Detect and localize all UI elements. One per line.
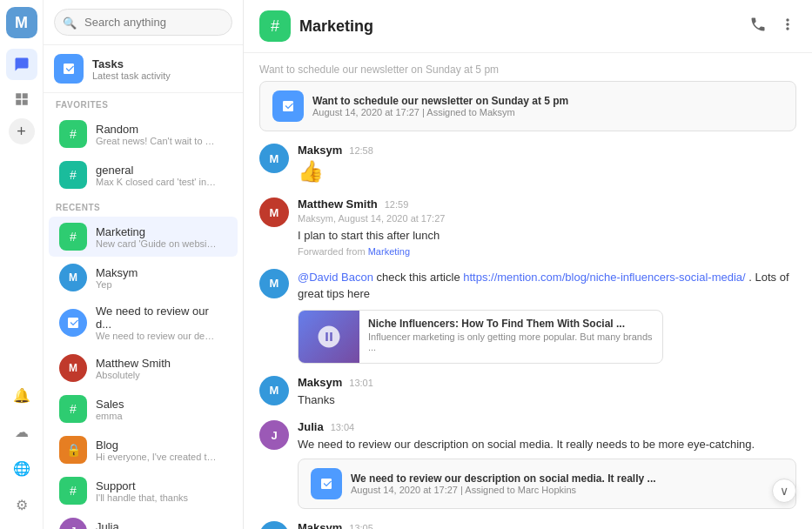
msg-content-agree: Maksym 13:05 Agree with you	[298, 521, 796, 530]
app-avatar[interactable]: M	[6, 7, 37, 38]
search-area: 🔍	[44, 0, 243, 45]
channel-title: Marketing	[299, 17, 373, 36]
julia-avatar-msg: J	[259, 420, 289, 450]
matthew-smith-avatar: M	[59, 354, 87, 382]
we-need-preview: We need to review our descri...	[96, 331, 218, 341]
sidebar-item-general[interactable]: # general Max K closed card 'test' in b.…	[49, 155, 238, 195]
msg-header-julia: Julia 13:04	[298, 420, 796, 433]
msg-time-julia: 13:04	[331, 422, 355, 432]
channel-icon: #	[259, 10, 291, 42]
card-sub-1: August 14, 2020 at 17:27 | Assigned to M…	[312, 107, 568, 117]
sidebar-item-maksym[interactable]: M Maksym Yep	[49, 258, 238, 298]
msg-content-maksym-emoji: Maksym 12:58 👍	[298, 144, 796, 185]
msg-time-thanks: 13:01	[349, 378, 373, 388]
msg-card-top: Want to schedule our newsletter on Sunda…	[259, 64, 796, 131]
sales-channel-icon: #	[59, 395, 87, 423]
maksym-name: Maksym	[96, 266, 138, 279]
chat-main: # Marketing Want to schedule our newslet…	[244, 0, 812, 529]
favorites-label: FAVORITES	[44, 93, 243, 113]
msg-author-julia: Julia	[298, 420, 324, 433]
sidebar-item-random[interactable]: # Random Great news! Can't wait to dig .…	[49, 114, 238, 154]
maksym-avatar-thanks: M	[259, 376, 289, 405]
more-options-icon[interactable]	[779, 16, 796, 37]
chat-messages: Want to schedule our newsletter on Sunda…	[244, 53, 812, 529]
marketing-channel-name: Marketing	[96, 225, 218, 238]
sidebar-item-support[interactable]: # Support I'll handle that, thanks	[49, 471, 238, 511]
support-channel-name: Support	[96, 479, 188, 492]
message-row-maksym-thanks: M Maksym 13:01 Thanks	[259, 376, 796, 409]
settings-icon[interactable]: ⚙	[6, 489, 37, 520]
maksym-avatar: M	[59, 264, 87, 291]
tasks-item[interactable]: Tasks Latest task activity	[44, 45, 243, 93]
link-preview: Niche Influencers: How To Find Them With…	[298, 310, 663, 364]
forwarded-link[interactable]: Marketing	[368, 246, 410, 257]
message-row-matthew: M Matthew Smith 12:59 Maksym, August 14,…	[259, 198, 796, 257]
blog-channel-name: Blog	[96, 439, 218, 452]
tasks-subtitle: Latest task activity	[92, 70, 171, 81]
maksym-preview: Yep	[96, 279, 138, 290]
blog-channel-preview: Hi everyone, I've created this...	[96, 452, 218, 462]
msg-content-thanks: Maksym 13:01 Thanks	[298, 376, 796, 409]
search-input[interactable]	[54, 9, 232, 36]
msg-card-item: Want to schedule our newsletter on Sunda…	[259, 81, 796, 131]
msg-card-julia: We need to review our description on soc…	[298, 459, 796, 509]
chat-header: # Marketing	[244, 0, 812, 53]
marketing-channel-preview: New card 'Guide on website ...	[96, 238, 218, 249]
sidebar: 🔍 Tasks Latest task activity FAVORITES #…	[44, 0, 244, 529]
phone-icon[interactable]	[749, 16, 767, 37]
chat-header-left: # Marketing	[259, 10, 373, 42]
card-task-icon	[272, 90, 304, 122]
sales-channel-preview: emma	[96, 411, 124, 421]
maksym-avatar-agree: M	[259, 521, 289, 530]
nav-grid-icon[interactable]	[6, 84, 37, 115]
msg-header-agree: Maksym 13:05	[298, 521, 796, 530]
recents-label: RECENTS	[44, 196, 243, 216]
msg-header-thanks: Maksym 13:01	[298, 376, 796, 389]
msg-author-matthew: Matthew Smith	[298, 198, 378, 211]
sidebar-item-julia[interactable]: J Julia Hi ;)	[49, 512, 238, 529]
msg-author-agree: Maksym	[298, 521, 342, 530]
msg-emoji: 👍	[298, 159, 796, 184]
link-preview-image	[299, 311, 359, 363]
card-sub-julia: August 14, 2020 at 17:27 | Assigned to M…	[351, 485, 656, 495]
icon-bar: M + 🔔 ☁ 🌐 ⚙	[0, 0, 44, 529]
msg-time-matthew: 12:59	[385, 199, 409, 210]
random-channel-icon: #	[59, 120, 87, 148]
sidebar-item-sales[interactable]: # Sales emma	[49, 389, 238, 429]
sidebar-item-matthew-smith[interactable]: M Matthew Smith Absolutely	[49, 348, 238, 388]
msg-text-matthew: I plan to start this after lunch	[298, 227, 796, 244]
maksym-avatar-msg: M	[259, 144, 289, 173]
julia-avatar: J	[59, 518, 87, 529]
general-channel-preview: Max K closed card 'test' in b...	[96, 177, 218, 187]
sidebar-item-we-need[interactable]: We need to review our d... We need to re…	[49, 298, 238, 347]
random-channel-name: Random	[96, 123, 218, 136]
nav-chat-icon[interactable]	[6, 49, 37, 80]
msg-content-julia: Julia 13:04 We need to review our descri…	[298, 420, 796, 509]
msg-author-maksym: Maksym	[298, 144, 342, 157]
link-preview-sub: Influencer marketing is only getting mor…	[368, 331, 654, 352]
random-channel-preview: Great news! Can't wait to dig ...	[96, 136, 218, 146]
msg-header-matthew: Matthew Smith 12:59	[298, 198, 796, 211]
matthew-smith-name: Matthew Smith	[96, 357, 171, 370]
we-need-avatar	[59, 309, 87, 337]
chat-header-actions	[749, 16, 796, 37]
add-button[interactable]: +	[9, 118, 35, 144]
globe-icon[interactable]: 🌐	[6, 452, 37, 484]
chat-wrap: Want to schedule our newsletter on Sunda…	[244, 53, 812, 529]
msg-header-maksym: Maksym 12:58	[298, 144, 796, 157]
message-row-maksym-emoji: M Maksym 12:58 👍	[259, 144, 796, 185]
search-icon: 🔍	[63, 16, 77, 29]
sidebar-item-marketing[interactable]: # Marketing New card 'Guide on website .…	[49, 217, 238, 257]
message-row-maksym-link: M @David Bacon check this article https:…	[259, 269, 796, 364]
msg-author-thanks: Maksym	[298, 376, 342, 389]
sidebar-item-blog[interactable]: 🔒 Blog Hi everyone, I've created this...	[49, 430, 238, 470]
msg-content-maksym-link: @David Bacon check this article https://…	[298, 269, 796, 364]
msg-text-thanks: Thanks	[298, 392, 796, 409]
maksym-avatar-link: M	[259, 269, 289, 298]
scroll-down-button[interactable]: ∨	[772, 479, 796, 503]
niche-link[interactable]: https://mention.com/blog/niche-influence…	[463, 271, 745, 284]
msg-text-link: @David Bacon check this article https://…	[298, 269, 796, 303]
message-row-julia: J Julia 13:04 We need to review our desc…	[259, 420, 796, 509]
bell-icon[interactable]: 🔔	[6, 379, 37, 411]
cloud-icon[interactable]: ☁	[6, 416, 37, 447]
